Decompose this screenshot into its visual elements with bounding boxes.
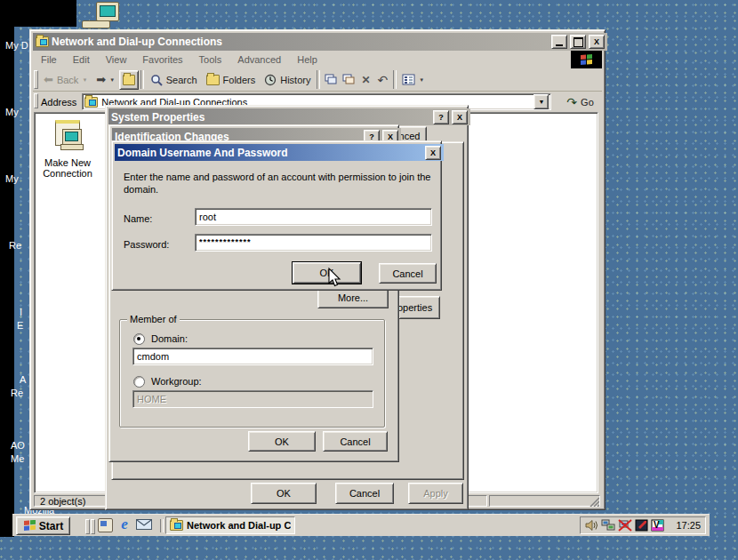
domain-input[interactable]: cmdom [132,348,373,365]
menu-tools[interactable]: Tools [191,53,230,66]
maximize-button[interactable] [570,35,586,49]
desktop-label[interactable]: My [5,173,19,184]
menu-advanced[interactable]: Advanced [229,53,289,66]
minimize-button[interactable] [551,35,567,49]
dialog-message-line2: domain. [124,184,158,195]
windows-logo [571,51,602,68]
domain-value: cmdom [137,351,169,362]
desktop-label[interactable]: Me [11,453,24,464]
undo-button[interactable]: ↶ [374,70,392,90]
workgroup-radio[interactable] [133,376,145,388]
password-input[interactable]: ************* [195,234,432,252]
quicklaunch-show-desktop-icon[interactable] [98,518,113,532]
desktop-label[interactable]: Re [11,388,23,398]
quicklaunch-internet-explorer-icon[interactable]: e [116,516,133,533]
window-titlebar[interactable]: Network and Dial-up Connections X [33,33,607,51]
history-button[interactable]: History [260,70,315,90]
resize-grip[interactable] [588,495,599,507]
desktop-label[interactable]: AO [11,440,25,451]
menu-file[interactable]: File [33,53,65,66]
menu-edit[interactable]: Edit [65,53,98,66]
move-to-button[interactable] [340,70,357,90]
window-title: Network and Dial-up Connections [52,36,549,48]
system-properties-titlebar[interactable]: System Properties ? X [108,108,470,125]
desktop-label[interactable]: Re [9,240,21,251]
close-button[interactable]: X [425,146,441,160]
address-dropdown-button[interactable]: ▼ [533,94,549,109]
forward-button[interactable]: ➡ ▼ [92,70,119,90]
domain-password-titlebar[interactable]: Domain Username And Password X [115,144,444,161]
address-folder-icon [84,97,98,108]
menu-favorites[interactable]: Favorites [134,53,190,66]
network-disconnected-icon[interactable] [618,519,632,532]
up-folder-icon [123,75,135,85]
toolbar-grip[interactable] [34,70,38,89]
folders-button[interactable]: Folders [202,70,261,90]
back-dropdown-icon[interactable]: ▼ [82,77,87,83]
tray-app-icon[interactable] [635,519,648,532]
help-button[interactable]: ? [433,110,449,124]
sysprops-ok-button[interactable]: OK [251,483,317,504]
desktop-label[interactable]: E [17,320,23,331]
back-button[interactable]: ⬅ Back ▼ [39,70,92,90]
go-label: Go [581,97,594,108]
menu-view[interactable]: View [98,53,135,66]
addressbar-grip[interactable] [34,93,38,108]
name-input[interactable]: root [195,208,432,226]
sysprops-cancel-button[interactable]: Cancel [335,483,394,504]
toolbar: ⬅ Back ▼ ➡ ▼ ↑ Search F [33,68,602,92]
taskbar-grip[interactable] [85,519,90,534]
identchanges-ok-button[interactable]: OK [248,431,316,452]
workgroup-input[interactable]: HOME [132,390,373,408]
top-left-void [0,0,76,27]
desktop-computer-icon[interactable] [76,0,124,29]
go-button[interactable]: ↷ Go [562,92,598,112]
properties-button-fragment[interactable]: operties [398,296,440,319]
vnc-icon[interactable]: V [651,519,664,532]
forward-dropdown-icon[interactable]: ▼ [109,77,115,83]
sysprops-apply-button[interactable]: Apply [408,483,463,504]
views-button[interactable]: ▼ [398,70,428,90]
make-new-connection-item[interactable]: Make New Connection [38,120,97,184]
task-label: Network and Dial-up C... [187,520,291,531]
mouse-cursor [328,268,342,288]
copy-to-icon [325,74,337,85]
menu-help[interactable]: Help [289,53,325,66]
views-dropdown-icon[interactable]: ▼ [419,77,424,83]
delete-button[interactable]: ✕ [357,70,373,90]
close-button[interactable]: X [589,35,605,49]
quicklaunch-outlook-icon[interactable] [136,519,152,530]
domain-label: Domain: [151,333,188,344]
folders-icon [206,75,220,85]
back-icon: ⬅ [44,73,53,86]
dialog-message-line1: Enter the name and password of an accoun… [124,172,430,182]
member-of-label: Member of [127,314,180,324]
desktop-label[interactable]: A [20,374,26,385]
member-of-group: Member of Domain: cmdom Workgroup: HOME [119,319,385,428]
clock[interactable]: 17:25 [676,520,701,531]
search-button[interactable]: Search [146,70,202,90]
desktop-label[interactable]: My D [5,40,28,51]
window-icon [36,36,49,47]
make-new-connection-icon [52,120,84,152]
workgroup-label: Workgroup: [151,376,202,387]
folders-label: Folders [223,75,256,85]
windows-flag-icon [580,54,594,66]
desktop-label[interactable]: I [20,307,22,317]
desktop-label[interactable]: My [5,107,19,117]
domain-ok-button[interactable]: OK [293,262,361,284]
close-button[interactable]: X [452,110,468,124]
up-button[interactable]: ↑ [119,70,139,90]
copy-to-button[interactable] [322,70,340,90]
task-button-network-connections[interactable]: Network and Dial-up C... [165,516,295,534]
start-button[interactable]: Start [16,516,70,535]
svg-text:V: V [654,520,660,530]
domain-radio[interactable] [133,333,145,345]
back-label: Back [57,75,78,85]
network-icon[interactable] [601,519,615,532]
domain-cancel-button[interactable]: Cancel [379,263,437,284]
volume-icon[interactable] [585,519,598,532]
taskbar-grip[interactable] [91,519,95,534]
search-label: Search [166,75,197,85]
identchanges-cancel-button[interactable]: Cancel [323,431,388,452]
